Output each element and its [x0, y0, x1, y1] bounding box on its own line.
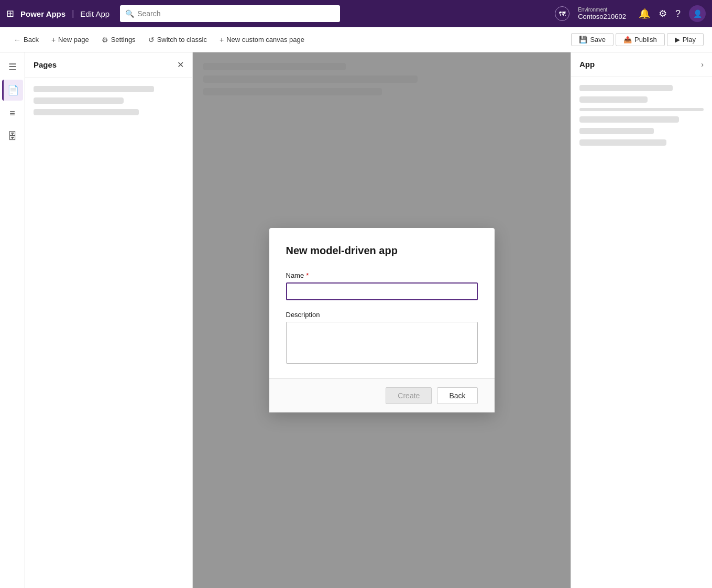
back-button[interactable]: ← Back	[8, 34, 44, 46]
app-panel-skeleton	[571, 77, 712, 154]
sidebar-item-pages[interactable]: 📄	[2, 80, 23, 101]
name-label: Name *	[286, 271, 478, 279]
sidebar-item-menu[interactable]: ☰	[2, 57, 23, 78]
edit-app-label: Edit App	[80, 9, 109, 18]
play-icon: ▶	[675, 36, 680, 43]
publish-icon: 📤	[623, 36, 632, 43]
pages-title: Pages	[34, 60, 57, 69]
new-canvas-label: New custom canvas page	[226, 36, 304, 43]
app-skel-3	[579, 116, 679, 123]
help-icon[interactable]: ?	[675, 8, 681, 19]
app-skel-1	[579, 85, 673, 91]
content-area: New model-driven app Name * Description …	[193, 52, 571, 588]
search-input[interactable]	[137, 9, 335, 18]
add-canvas-icon: +	[220, 36, 224, 44]
secondary-toolbar: ← Back + New page ⚙ Settings ↺ Switch to…	[0, 27, 712, 52]
save-button[interactable]: 💾 Save	[571, 33, 614, 46]
topbar-divider: |	[72, 9, 74, 18]
description-label: Description	[286, 311, 478, 319]
sidebar-icons: ☰ 📄 ≡ 🗄	[0, 52, 25, 588]
app-skel-2	[579, 96, 648, 103]
sidebar-item-data[interactable]: 🗄	[2, 126, 23, 147]
app-panel: App ›	[571, 52, 712, 588]
skeleton-line-2	[34, 97, 124, 104]
settings-icon[interactable]: ⚙	[659, 8, 667, 19]
app-panel-header: App ›	[571, 52, 712, 77]
new-canvas-button[interactable]: + New custom canvas page	[214, 34, 310, 46]
create-button[interactable]: Create	[386, 387, 432, 404]
new-page-label: New page	[58, 36, 89, 43]
play-button[interactable]: ▶ Play	[667, 33, 704, 46]
pages-panel: Pages ✕	[25, 52, 193, 588]
avatar[interactable]: 👤	[689, 5, 706, 22]
modal-back-button[interactable]: Back	[437, 387, 477, 404]
back-arrow-icon: ←	[14, 36, 21, 44]
settings-label: Settings	[111, 36, 136, 43]
toolbar-right: 💾 Save 📤 Publish ▶ Play	[571, 33, 704, 46]
skeleton-line-1	[34, 86, 154, 92]
environment-info: Environment Contoso210602	[578, 7, 626, 20]
publish-label: Publish	[634, 36, 657, 43]
modal-overlay: New model-driven app Name * Description …	[193, 52, 571, 588]
skeleton-line-3	[34, 109, 139, 115]
new-page-button[interactable]: + New page	[46, 34, 94, 46]
name-input[interactable]	[286, 282, 478, 300]
new-page-icon: +	[51, 36, 56, 44]
save-icon: 💾	[579, 36, 587, 43]
app-panel-title: App	[579, 60, 595, 69]
description-input[interactable]	[286, 322, 478, 364]
switch-icon: ↺	[148, 36, 155, 44]
modal-dialog: New model-driven app Name * Description …	[269, 228, 495, 412]
app-skel-4	[579, 128, 654, 134]
pages-header: Pages ✕	[25, 52, 192, 78]
app-skel-5	[579, 139, 666, 146]
play-label: Play	[683, 36, 696, 43]
env-name: Contoso210602	[578, 13, 626, 20]
waffle-icon[interactable]: ⊞	[6, 8, 14, 19]
pages-close-button[interactable]: ✕	[177, 60, 184, 70]
required-star: *	[306, 271, 309, 279]
app-skel-spacer	[579, 108, 704, 111]
back-label: Back	[24, 36, 39, 43]
modal-body: New model-driven app Name * Description	[269, 228, 495, 378]
topbar: ⊞ Power Apps | Edit App 🔍 🗺 Environment …	[0, 0, 712, 27]
chevron-right-icon[interactable]: ›	[701, 60, 704, 69]
brand-label: Power Apps	[20, 9, 65, 18]
search-icon: 🔍	[125, 9, 134, 18]
switch-classic-label: Switch to classic	[157, 36, 207, 43]
env-label: Environment	[578, 7, 607, 13]
sidebar-item-tree[interactable]: ≡	[2, 103, 23, 124]
switch-classic-button[interactable]: ↺ Switch to classic	[143, 34, 212, 46]
pages-skeleton	[25, 78, 192, 124]
publish-button[interactable]: 📤 Publish	[616, 33, 665, 46]
topbar-icons: 🗺 Environment Contoso210602 🔔 ⚙ ? 👤	[555, 5, 706, 22]
gear-icon: ⚙	[102, 36, 108, 44]
main-layout: ☰ 📄 ≡ 🗄 Pages ✕ New model-driven app	[0, 52, 712, 588]
modal-footer: Create Back	[269, 378, 495, 412]
save-label: Save	[590, 36, 606, 43]
environment-icon[interactable]: 🗺	[555, 6, 569, 21]
modal-title: New model-driven app	[286, 245, 478, 257]
notification-icon[interactable]: 🔔	[639, 8, 650, 19]
search-box[interactable]: 🔍	[120, 5, 340, 22]
settings-button[interactable]: ⚙ Settings	[96, 34, 141, 46]
